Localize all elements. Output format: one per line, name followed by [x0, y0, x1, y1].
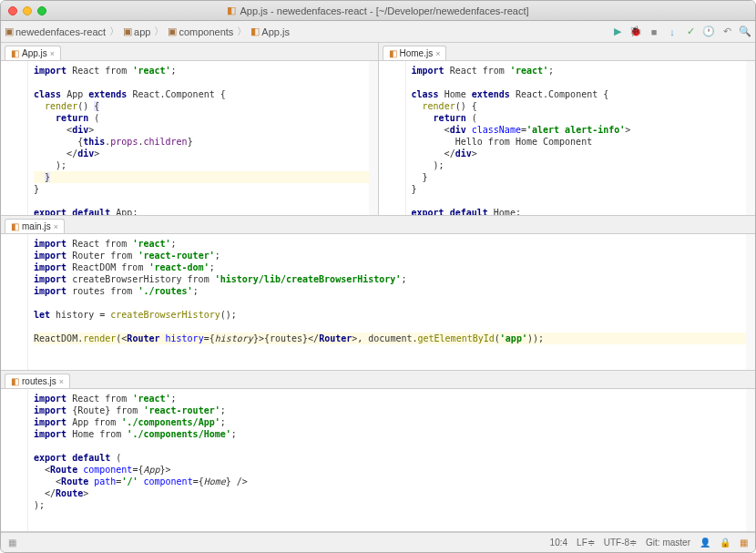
traffic-lights: [8, 6, 46, 15]
folder-icon: ▣: [123, 26, 132, 37]
search-icon[interactable]: 🔍: [739, 26, 751, 38]
scrollbar[interactable]: [746, 61, 755, 215]
window-title: ◧ App.js - newedenfaces-react - [~/Devel…: [227, 5, 528, 16]
editor-app[interactable]: import React from 'react'; class App ext…: [1, 61, 378, 215]
tab-label: Home.js: [400, 48, 434, 58]
editor-area: ◧App.js× import React from 'react'; clas…: [1, 43, 755, 532]
close-icon[interactable]: ×: [54, 222, 58, 231]
code[interactable]: import React from 'react'; class App ext…: [28, 61, 378, 215]
code[interactable]: import React from 'react'; import Router…: [28, 234, 755, 370]
line-separator[interactable]: LF≑: [577, 538, 595, 548]
toolbar: ▣ newedenfaces-react 〉 ▣ app 〉 ▣ compone…: [1, 21, 755, 43]
cursor-position[interactable]: 10:4: [550, 538, 567, 548]
file-icon: ◧: [11, 221, 19, 231]
history-icon[interactable]: 🕐: [702, 26, 715, 38]
tab-bar: ◧Home.js×: [379, 43, 756, 61]
debug-icon[interactable]: 🐞: [629, 26, 642, 38]
gutter: [379, 61, 406, 215]
close-icon[interactable]: ×: [50, 49, 55, 58]
tab-routes[interactable]: ◧routes.js×: [5, 374, 70, 388]
editor-routes[interactable]: import React from 'react'; import {Route…: [1, 389, 755, 531]
gutter: [1, 61, 28, 215]
breadcrumb[interactable]: ▣ newedenfaces-react 〉 ▣ app 〉 ▣ compone…: [5, 25, 290, 38]
ide-window: ◧ App.js - newedenfaces-react - [~/Devel…: [0, 0, 756, 553]
statusbar: ▦ 10:4 LF≑ UTF-8≑ Git: master 👤 🔒 ▦: [1, 532, 755, 552]
folder-icon: ▣: [168, 26, 177, 37]
crumb-app[interactable]: app: [134, 26, 150, 37]
tab-bar: ◧main.js×: [1, 216, 755, 234]
scrollbar[interactable]: [746, 389, 755, 531]
chevron-right-icon: 〉: [109, 25, 119, 38]
inspection-icon[interactable]: 👤: [700, 538, 710, 548]
crumb-file[interactable]: App.js: [261, 26, 290, 37]
tab-main[interactable]: ◧main.js×: [5, 219, 65, 233]
stop-icon[interactable]: ■: [648, 26, 660, 38]
scrollbar[interactable]: [746, 234, 755, 370]
update-icon[interactable]: ↓: [666, 26, 679, 38]
scrollbar[interactable]: [369, 61, 378, 215]
file-icon: ◧: [11, 48, 19, 58]
file-icon: ◧: [11, 376, 19, 386]
gutter: [1, 389, 28, 531]
title-text: App.js - newedenfaces-react - [~/Develop…: [240, 5, 528, 16]
tab-bar: ◧App.js×: [1, 43, 378, 61]
tab-app[interactable]: ◧App.js×: [5, 46, 61, 60]
tab-label: main.js: [22, 221, 51, 231]
run-toolbar: ▶ 🐞 ■ ↓ ✓ 🕐 ↶ 🔍: [611, 26, 751, 38]
tab-label: App.js: [22, 48, 47, 58]
folder-icon: ▣: [5, 26, 14, 37]
editor-home[interactable]: import React from 'react'; class Home ex…: [379, 61, 756, 215]
chevron-right-icon: 〉: [237, 25, 247, 38]
run-icon[interactable]: ▶: [611, 26, 624, 38]
trash-icon[interactable]: ▦: [740, 538, 748, 548]
close-icon[interactable]: ×: [435, 49, 440, 58]
code[interactable]: import React from 'react'; import {Route…: [28, 389, 755, 531]
minimize-icon[interactable]: [23, 6, 32, 15]
chevron-right-icon: 〉: [154, 25, 164, 38]
zoom-icon[interactable]: [37, 6, 46, 15]
pane-routes: ◧routes.js× import React from 'react'; i…: [1, 371, 755, 532]
close-icon[interactable]: ×: [59, 377, 64, 386]
encoding[interactable]: UTF-8≑: [604, 538, 637, 548]
titlebar: ◧ App.js - newedenfaces-react - [~/Devel…: [1, 1, 755, 21]
gutter: [1, 234, 28, 370]
crumb-components[interactable]: components: [179, 26, 233, 37]
commit-icon[interactable]: ✓: [684, 26, 697, 38]
pane-home: ◧Home.js× import React from 'react'; cla…: [379, 43, 756, 215]
close-icon[interactable]: [8, 6, 17, 15]
file-icon: ◧: [227, 5, 236, 16]
pane-main: ◧main.js× import React from 'react'; imp…: [1, 216, 755, 371]
tab-label: routes.js: [22, 376, 56, 386]
editor-main[interactable]: import React from 'react'; import Router…: [1, 234, 755, 370]
crumb-project[interactable]: newedenfaces-react: [15, 26, 106, 37]
pane-app: ◧App.js× import React from 'react'; clas…: [1, 43, 379, 215]
file-icon: ◧: [389, 48, 397, 58]
tab-home[interactable]: ◧Home.js×: [383, 46, 447, 60]
tab-bar: ◧routes.js×: [1, 371, 755, 389]
status-icon[interactable]: ▦: [8, 538, 16, 548]
git-branch[interactable]: Git: master: [646, 538, 690, 548]
file-icon: ◧: [250, 26, 260, 37]
revert-icon[interactable]: ↶: [720, 26, 733, 38]
code[interactable]: import React from 'react'; class Home ex…: [406, 61, 756, 215]
top-split: ◧App.js× import React from 'react'; clas…: [1, 43, 755, 216]
lock-icon[interactable]: 🔒: [720, 538, 730, 548]
